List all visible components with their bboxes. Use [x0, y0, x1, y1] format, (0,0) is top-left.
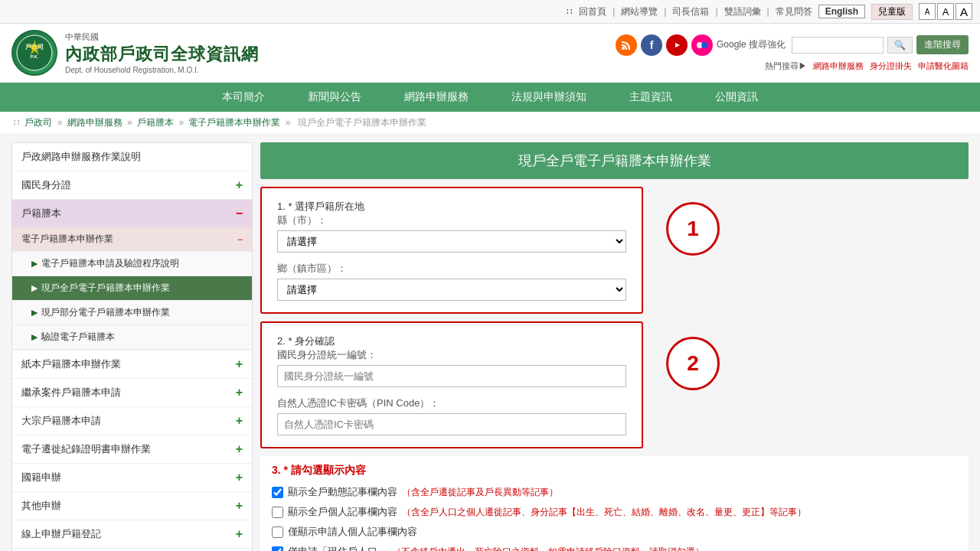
nav-item-online[interactable]: 網路申辦服務 — [383, 83, 490, 112]
svg-point-7 — [701, 42, 707, 48]
sidebar-item-register[interactable]: 戶籍謄本 − 電子戶籍謄本申辦作業 − ▶ 電子戶籍謄本申請及驗證程序說明 ▶ … — [12, 200, 252, 350]
nav-item-intro[interactable]: 本司簡介 — [201, 83, 286, 112]
hot-link-1[interactable]: 網路申辦服務 — [813, 61, 864, 70]
other-expand-icon[interactable]: + — [236, 499, 243, 513]
logo-main-title: 內政部戶政司全球資訊網 — [65, 43, 259, 66]
svg-point-4 — [622, 47, 625, 50]
id-input[interactable] — [277, 365, 626, 387]
sidebar-item-id-header[interactable]: 國民身分證 + — [12, 171, 252, 199]
rss-icon[interactable] — [616, 34, 637, 56]
sidebar-item-other[interactable]: 其他申辦 + — [12, 492, 252, 520]
hot-link-3[interactable]: 申請醫化圖籍 — [918, 61, 969, 70]
checkbox-3[interactable] — [272, 527, 283, 538]
checkbox-4[interactable] — [272, 546, 283, 552]
hot-search: 熱門搜尋▶ 網路申辦服務 身分證掛失 申請醫化圖籍 — [765, 60, 969, 72]
sidebar-sub-item-partial[interactable]: ▶ 現戶部分電子戶籍謄本申辦作業 — [12, 301, 252, 325]
nav-item-law[interactable]: 法規與申辦須知 — [490, 83, 608, 112]
sidebar-item-other-header[interactable]: 其他申辦 + — [12, 492, 252, 520]
sidebar-sub-electronic-header[interactable]: 電子戶籍謄本申辦作業 − — [12, 227, 252, 252]
search-input[interactable] — [792, 37, 884, 54]
flickr-icon[interactable] — [691, 34, 713, 56]
sidebar-item-id[interactable]: 國民身分證 + — [12, 171, 252, 200]
sidebar-item-service-header[interactable]: 戶政網路申辦服務作業說明 — [12, 143, 252, 171]
sidebar-item-online-register-header[interactable]: 線上申辦戶籍登記 + — [12, 520, 252, 548]
county-select[interactable]: 請選擇 — [277, 230, 626, 253]
sidebar-item-paper[interactable]: 紙本戶籍謄本申辦作業 + — [12, 350, 252, 379]
sidebar-item-nationality[interactable]: 國籍申辦 + — [12, 464, 252, 492]
font-large-button[interactable]: A — [956, 3, 972, 20]
sidebar-sub-item-verify[interactable]: ▶ 驗證電子戶籍謄本 — [12, 325, 252, 350]
sidebar-item-nationality-header[interactable]: 國籍申辦 + — [12, 464, 252, 491]
font-small-button[interactable]: A — [919, 3, 936, 20]
online-register-expand-icon[interactable]: + — [236, 527, 243, 541]
checkbox-row-2: 顯示全戶個人記事欄內容 （含全戶人口之個人遷徙記事、身分記事【出生、死亡、結婚、… — [272, 505, 957, 519]
home-link[interactable]: 回首頁 — [579, 5, 606, 18]
migration-expand-icon[interactable]: + — [236, 442, 243, 456]
checkbox-note-4: （不含移戶內遷出、死亡除口之資料，如需申請移戶除口資料，請取消勾選） — [392, 546, 704, 552]
nationality-expand-icon[interactable]: + — [236, 471, 243, 484]
bilingual-link[interactable]: 雙語詞彙 — [724, 5, 761, 18]
breadcrumb-link-3[interactable]: 戶籍謄本 — [137, 117, 174, 128]
nav-item-open[interactable]: 公開資訊 — [694, 83, 779, 112]
checkbox-2[interactable] — [272, 507, 283, 518]
step3-title: 3. * 請勾選顯示內容 — [272, 464, 957, 478]
language-button[interactable]: English — [818, 5, 865, 18]
director-link[interactable]: 司長信箱 — [672, 5, 709, 18]
sidebar: 戶政網路申辦服務作業說明 國民身分證 + 戶籍謄本 − 電子戶籍謄本申辦作業 −… — [11, 142, 253, 551]
id-expand-icon[interactable]: + — [236, 178, 243, 192]
sitemap-link[interactable]: 網站導覽 — [621, 5, 658, 18]
svg-marker-5 — [675, 43, 680, 47]
step3-title-text: 請勾選顯示內容 — [291, 464, 366, 476]
sidebar-item-inherit[interactable]: 繼承案件戶籍謄本申請 + — [12, 379, 252, 407]
sidebar-item-migration[interactable]: 電子遷徙紀錄證明書申辦作業 + — [12, 435, 252, 464]
checkbox-label-2: 顯示全戶個人記事欄內容 — [288, 505, 397, 519]
sidebar-online-register-label: 線上申辦戶籍登記 — [21, 527, 101, 541]
font-medium-button[interactable]: A — [937, 3, 954, 20]
header: 戶政司 P.K. 中華民國 內政部戶政司全球資訊網 Dept. of House… — [0, 24, 980, 83]
sidebar-item-bulk-header[interactable]: 大宗戶籍謄本申請 + — [12, 407, 252, 435]
checkbox-1[interactable] — [272, 487, 283, 498]
hot-link-2[interactable]: 身分證掛失 — [870, 61, 912, 70]
search-bar: Google 搜尋強化 🔍 — [717, 37, 913, 54]
id-label: 國民身分證統一編號： — [277, 348, 626, 362]
kids-button[interactable]: 兒童版 — [871, 4, 913, 20]
step2-circle: 2 — [666, 337, 720, 390]
sidebar-partial-label: 現戶部分電子戶籍謄本申辦作業 — [41, 306, 170, 319]
bulk-expand-icon[interactable]: + — [236, 414, 243, 428]
sidebar-item-paper-header[interactable]: 紙本戶籍謄本申辦作業 + — [12, 350, 252, 378]
checkbox-note-1: （含全戶遷徙記事及戶長異動等記事） — [402, 486, 558, 499]
facebook-icon[interactable]: f — [641, 34, 662, 56]
sidebar-item-online-register[interactable]: 線上申辦戶籍登記 + — [12, 520, 252, 549]
sidebar-item-service-desc[interactable]: 戶政網路申辦服務作業說明 — [12, 143, 252, 171]
search-button[interactable]: 🔍 — [887, 37, 913, 54]
register-collapse-icon[interactable]: − — [236, 207, 243, 220]
inherit-expand-icon[interactable]: + — [236, 386, 243, 399]
sidebar-item-bulk[interactable]: 大宗戶籍謄本申請 + — [12, 407, 252, 435]
checkbox-label-4: 僅申請「現住戶人口」 — [288, 545, 387, 551]
sidebar-item-migration-header[interactable]: 電子遷徙紀錄證明書申辦作業 + — [12, 435, 252, 463]
step3-asterisk: 3. * — [272, 464, 291, 476]
faq-link[interactable]: 常見問答 — [776, 5, 812, 18]
breadcrumb-link-2[interactable]: 網路申辦服務 — [67, 117, 122, 128]
sidebar-item-register-label: 戶籍謄本 — [21, 207, 61, 220]
step2-asterisk: 2. * — [277, 335, 295, 347]
main-nav: 本司簡介 新聞與公告 網路申辦服務 法規與申辦須知 主題資訊 公開資訊 — [0, 83, 980, 112]
paper-expand-icon[interactable]: + — [236, 357, 243, 371]
advanced-search-button[interactable]: 進階搜尋 — [916, 35, 969, 54]
nav-item-theme[interactable]: 主題資訊 — [608, 83, 694, 112]
electronic-collapse-icon[interactable]: − — [237, 234, 243, 245]
sidebar-bulk-label: 大宗戶籍謄本申請 — [21, 414, 101, 428]
checkbox-row-3: 僅顯示申請人個人記事欄內容 — [272, 525, 957, 539]
sidebar-sub-item-current[interactable]: ▶ 現戶全戶電子戶籍謄本申辦作業 — [12, 276, 252, 301]
district-select[interactable]: 請選擇 — [277, 279, 626, 301]
google-label: Google 搜尋強化 — [717, 38, 786, 51]
nav-item-news[interactable]: 新聞與公告 — [286, 83, 383, 112]
breadcrumb-link-4[interactable]: 電子戶籍謄本申辦作業 — [188, 117, 280, 128]
sidebar-item-register-header[interactable]: 戶籍謄本 − — [12, 200, 252, 227]
sidebar-sub-item-procedure[interactable]: ▶ 電子戶籍謄本申請及驗證程序說明 — [12, 252, 252, 276]
youtube-icon[interactable] — [666, 34, 688, 56]
sidebar-item-inherit-header[interactable]: 繼承案件戶籍謄本申請 + — [12, 379, 252, 406]
breadcrumb-link-1[interactable]: 戶政司 — [24, 117, 52, 128]
sidebar-paper-label: 紙本戶籍謄本申辦作業 — [21, 357, 121, 371]
pin-input[interactable] — [277, 413, 626, 435]
